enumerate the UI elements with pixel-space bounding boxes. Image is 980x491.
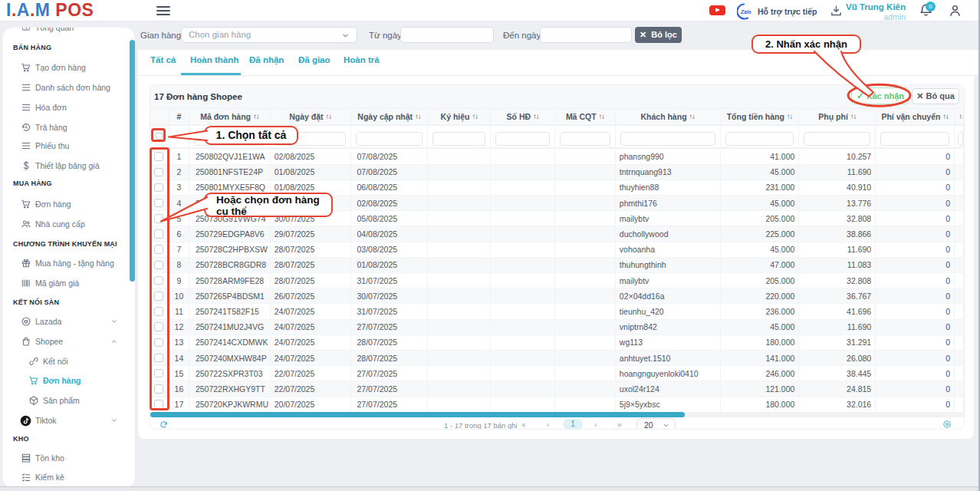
svg-text:Zalo: Zalo <box>740 9 751 15</box>
